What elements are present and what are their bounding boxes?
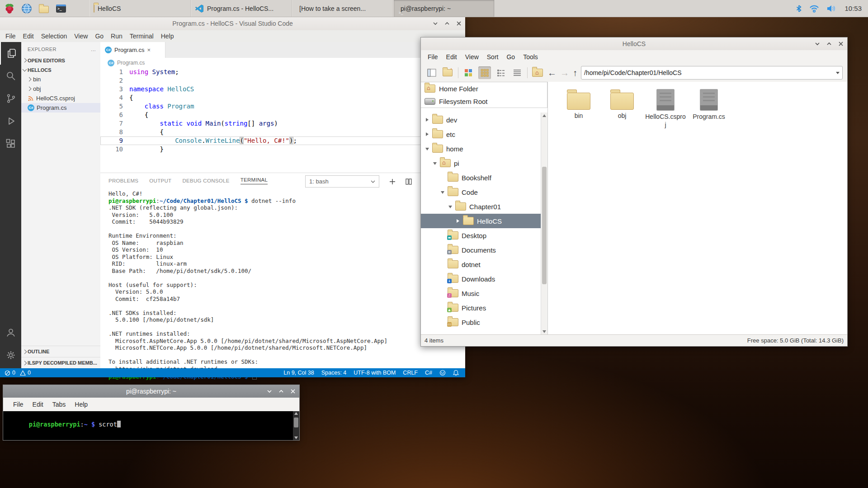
file-item-program-cs[interactable]: Program.cs xyxy=(687,88,731,121)
status-item[interactable]: Ln 9, Col 38 xyxy=(283,370,314,376)
tree-item-dotnet[interactable]: dotnet xyxy=(421,257,541,272)
errors-status[interactable]: 0 xyxy=(5,370,15,376)
activity-source-control-icon[interactable] xyxy=(0,87,21,110)
panel-tab-problems[interactable]: PROBLEMS xyxy=(108,178,138,183)
file-item-hellocs-csproj[interactable]: HelloCS.csproj xyxy=(644,88,687,129)
menu-file[interactable]: File xyxy=(9,399,28,410)
place-home-folder[interactable]: ⌂Home Folder xyxy=(421,82,547,95)
shade-icon[interactable] xyxy=(815,41,820,47)
close-icon[interactable] xyxy=(456,21,462,26)
maximize-icon[interactable] xyxy=(444,21,450,26)
launcher-menu[interactable] xyxy=(2,1,17,15)
expander-right-icon[interactable] xyxy=(456,219,460,223)
menu-sort[interactable]: Sort xyxy=(483,52,503,62)
place-filesystem-root[interactable]: Filesystem Root xyxy=(421,95,547,108)
panel-tab-terminal[interactable]: TERMINAL xyxy=(241,177,268,184)
tree-item-hellocs[interactable]: HelloCS xyxy=(421,214,541,228)
expander-down-icon[interactable] xyxy=(425,147,429,150)
terminal-content[interactable]: pi@raspberrypi:~ $ scrot xyxy=(3,411,293,440)
panel-tab-debug-console[interactable]: DEBUG CONSOLE xyxy=(182,178,229,183)
tree-item-pictures[interactable]: ▲Pictures xyxy=(421,300,541,315)
activity-settings-gear-icon[interactable] xyxy=(0,344,21,366)
tree-item-music[interactable]: ♪Music xyxy=(421,286,541,300)
volume-icon[interactable] xyxy=(826,5,837,13)
section-outline[interactable]: OUTLINE xyxy=(21,346,100,357)
shade-icon[interactable] xyxy=(433,21,438,26)
feedback-icon[interactable] xyxy=(439,370,446,376)
menu-edit[interactable]: Edit xyxy=(442,52,461,62)
taskbar-window-button[interactable]: HelloCS xyxy=(90,0,191,17)
section-ilspy-decompiled-memb-[interactable]: ILSPY DECOMPILED MEMB... xyxy=(21,357,100,368)
explorer-actions-icon[interactable]: ... xyxy=(91,47,96,52)
tree-item-etc[interactable]: etc xyxy=(421,127,541,141)
project-section[interactable]: HELLOCS xyxy=(21,65,100,75)
code-area[interactable]: 1using System;23namespace HelloCS4{5 cla… xyxy=(100,68,465,154)
icon-view-icon[interactable] xyxy=(478,66,491,79)
tree-item-pi[interactable]: ⌂pi xyxy=(421,156,541,170)
taskbar-window-button[interactable]: pi@raspberrypi: ~ xyxy=(393,0,495,17)
path-dropdown-icon[interactable] xyxy=(836,72,840,74)
breadcrumb[interactable]: C# Program.cs xyxy=(100,58,465,68)
launcher-web-browser[interactable] xyxy=(19,1,34,15)
activity-run-debug-icon[interactable] xyxy=(0,110,21,132)
bluetooth-icon[interactable] xyxy=(796,5,802,13)
tree-item-bookshelf[interactable]: Bookshelf xyxy=(421,170,541,185)
tree-item-downloads[interactable]: ↓Downloads xyxy=(421,272,541,286)
menu-view[interactable]: View xyxy=(461,52,483,62)
activity-files-icon[interactable] xyxy=(0,42,22,65)
expander-down-icon[interactable] xyxy=(448,205,452,208)
thumbnail-view-icon[interactable] xyxy=(462,66,475,79)
panel-tab-output[interactable]: OUTPUT xyxy=(149,178,171,183)
tab-close-icon[interactable]: × xyxy=(147,47,151,53)
file-item-bin[interactable]: bin xyxy=(557,88,600,120)
back-icon[interactable]: ← xyxy=(547,68,557,77)
terminal-scrollbar[interactable] xyxy=(293,411,299,440)
menu-run[interactable]: Run xyxy=(107,31,126,41)
taskbar-window-button[interactable]: [How to take a screen... xyxy=(292,0,393,17)
close-icon[interactable] xyxy=(838,41,844,47)
launcher-terminal[interactable] xyxy=(53,1,69,15)
scroll-up-icon[interactable] xyxy=(542,114,546,117)
scrollbar-thumb[interactable] xyxy=(294,418,298,427)
menu-file[interactable]: File xyxy=(2,31,19,41)
menu-edit[interactable]: Edit xyxy=(28,399,48,410)
tree-item-dev[interactable]: dev xyxy=(421,113,541,127)
menu-file[interactable]: File xyxy=(424,52,442,62)
menu-go[interactable]: Go xyxy=(502,52,519,62)
new-folder-icon[interactable]: ✦ xyxy=(442,66,454,79)
activity-account-icon[interactable] xyxy=(0,321,21,344)
split-terminal-icon[interactable] xyxy=(406,178,412,185)
forward-icon[interactable]: → xyxy=(560,68,569,77)
home-button-icon[interactable]: ⌂ xyxy=(531,66,544,79)
expander-right-icon[interactable] xyxy=(425,118,429,122)
tree-item-documents[interactable]: ≡Documents xyxy=(421,243,541,257)
tree-item-desktop[interactable]: ▬Desktop xyxy=(421,228,541,243)
menu-selection[interactable]: Selection xyxy=(38,31,71,41)
menu-help[interactable]: Help xyxy=(157,31,178,41)
scrollbar-thumb[interactable] xyxy=(542,167,547,284)
expander-right-icon[interactable] xyxy=(425,132,429,136)
tab-program-cs[interactable]: C# Program.cs × xyxy=(100,42,165,58)
new-terminal-icon[interactable] xyxy=(389,178,396,185)
tree-item-code[interactable]: Code xyxy=(421,185,541,199)
warnings-status[interactable]: 0 xyxy=(20,370,31,376)
activity-search-icon[interactable] xyxy=(0,65,21,87)
explorer-item-bin[interactable]: bin xyxy=(21,75,100,84)
menu-help[interactable]: Help xyxy=(70,399,92,410)
path-bar[interactable]: /home/pi/Code/Chapter01/HelloCS xyxy=(581,66,843,80)
explorer-item-program.cs[interactable]: C#Program.cs xyxy=(21,103,100,113)
scroll-down-icon[interactable] xyxy=(294,436,298,439)
menu-terminal[interactable]: Terminal xyxy=(126,31,157,41)
maximize-icon[interactable] xyxy=(278,389,284,394)
tree-item-home[interactable]: home xyxy=(421,141,541,156)
launcher-file-manager[interactable] xyxy=(36,1,52,15)
explorer-item-obj[interactable]: obj xyxy=(21,84,100,94)
notifications-bell-icon[interactable] xyxy=(453,370,459,376)
clock[interactable]: 10:53 xyxy=(844,5,862,12)
expander-down-icon[interactable] xyxy=(441,190,444,194)
close-icon[interactable] xyxy=(290,389,296,394)
menu-view[interactable]: View xyxy=(71,31,91,41)
open-editors-section[interactable]: OPEN EDITORS xyxy=(21,56,100,65)
new-window-icon[interactable] xyxy=(425,66,438,79)
menu-tools[interactable]: Tools xyxy=(519,52,542,62)
